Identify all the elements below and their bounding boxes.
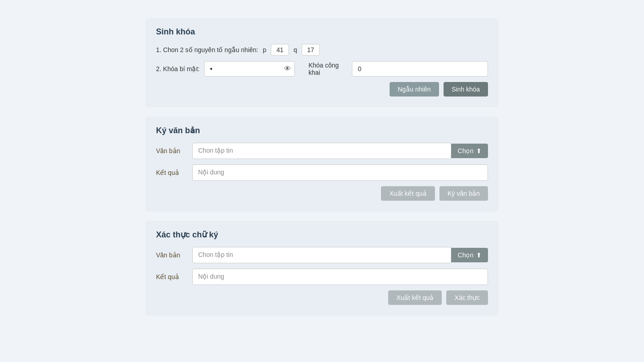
ky-sign-button[interactable]: Ký văn bản — [439, 186, 488, 201]
ky-upload-icon: ⬆ — [476, 147, 482, 154]
key-row: 2. Khóa bí mật: 👁 Khóa công khai 0 — [156, 61, 488, 77]
xac-thuc-ket-qua-label: Kết quả — [156, 273, 188, 280]
ky-file-input-wrap: Chon tập tin Chọn ⬆ — [192, 143, 488, 159]
xac-thuc-verify-button[interactable]: Xác thực — [446, 290, 488, 305]
ky-btn-row: Xuất kết quả Ký văn bản — [156, 186, 488, 201]
xac-thuc-export-button[interactable]: Xuất kết quả — [388, 290, 442, 305]
ky-van-ban-row: Văn bản Chon tập tin Chọn ⬆ — [156, 143, 488, 159]
sinh-khoa-btn-row: Ngẫu nhiên Sinh khóa — [156, 82, 488, 97]
random-button[interactable]: Ngẫu nhiên — [390, 82, 439, 97]
step2-label: 2. Khóa bí mật: — [156, 65, 200, 72]
password-input[interactable] — [204, 61, 295, 77]
xac-thuc-choose-button[interactable]: Chọn ⬆ — [451, 248, 488, 262]
xac-thuc-ket-qua-row: Kết quả Nội dung — [156, 269, 488, 285]
public-key-wrap: Khóa công khai 0 — [308, 61, 488, 77]
prime-row: 1. Chon 2 số nguyên tố ngẫu nhiên: p 41 … — [156, 44, 488, 56]
xac-thuc-section: Xác thực chữ ký Văn bản Chon tập tin Chọ… — [145, 221, 499, 316]
ky-ket-qua-row: Kết quả Nội dung — [156, 164, 488, 181]
ky-van-ban-section: Ký văn bản Văn bản Chon tập tin Chọn ⬆ K… — [145, 116, 499, 212]
sinh-khoa-title: Sinh khóa — [156, 27, 488, 37]
ky-file-display: Chon tập tin — [192, 143, 451, 159]
p-value: 41 — [271, 44, 289, 56]
ky-van-ban-label: Văn bản — [156, 147, 188, 154]
ky-ket-qua-label: Kết quả — [156, 169, 188, 176]
xac-thuc-choose-label: Chọn — [458, 251, 473, 259]
main-container: Sinh khóa 1. Chon 2 số nguyên tố ngẫu nh… — [145, 18, 499, 316]
xac-thuc-upload-icon: ⬆ — [476, 251, 482, 259]
xac-thuc-van-ban-row: Văn bản Chon tập tin Chọn ⬆ — [156, 247, 488, 263]
q-label: q — [293, 46, 297, 53]
password-wrap: 👁 — [204, 61, 295, 77]
q-value: 17 — [302, 44, 320, 56]
xac-thuc-file-input-wrap: Chon tập tin Chọn ⬆ — [192, 247, 488, 263]
ky-export-button[interactable]: Xuất kết quả — [381, 186, 434, 201]
ky-result-field: Nội dung — [192, 164, 488, 181]
sinh-khoa-button[interactable]: Sinh khóa — [444, 82, 488, 97]
ky-van-ban-title: Ký văn bản — [156, 125, 488, 135]
xac-thuc-result-field: Nội dung — [192, 269, 488, 285]
eye-icon[interactable]: 👁 — [284, 65, 291, 73]
xac-thuc-file-display: Chon tập tin — [192, 247, 451, 263]
xac-thuc-title: Xác thực chữ ký — [156, 230, 488, 240]
step1-label: 1. Chon 2 số nguyên tố ngẫu nhiên: — [156, 46, 258, 53]
ky-choose-button[interactable]: Chọn ⬆ — [451, 144, 488, 158]
public-key-label: Khóa công khai — [308, 62, 347, 76]
ky-choose-label: Chọn — [458, 147, 473, 154]
p-label: p — [263, 46, 266, 53]
xac-thuc-van-ban-label: Văn bản — [156, 251, 188, 259]
sinh-khoa-section: Sinh khóa 1. Chon 2 số nguyên tố ngẫu nh… — [145, 18, 499, 107]
xac-thuc-btn-row: Xuất kết quả Xác thực — [156, 290, 488, 305]
public-key-value: 0 — [352, 61, 488, 77]
